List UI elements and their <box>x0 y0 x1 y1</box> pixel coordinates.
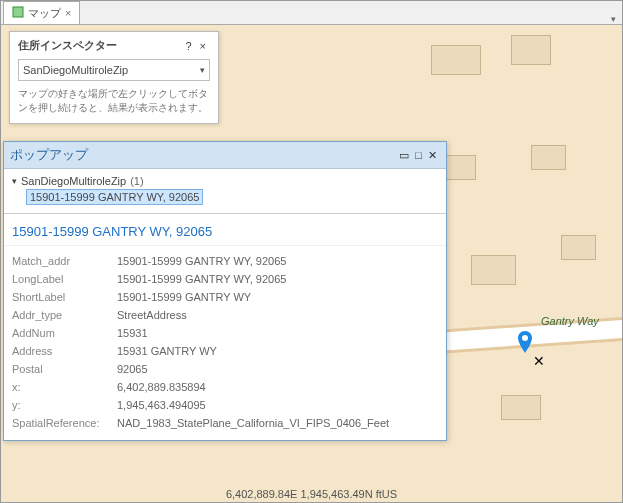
field-value: StreetAddress <box>117 309 438 321</box>
popup-header[interactable]: ポップアップ ▭ □ ✕ <box>4 142 446 169</box>
inspector-header: 住所インスペクター ? × <box>18 38 210 53</box>
locator-value: SanDiegoMultiroleZip <box>23 64 128 76</box>
field-key: AddNum <box>12 327 117 339</box>
building-footprint <box>561 235 596 260</box>
coordinate-status: 6,402,889.84E 1,945,463.49N ftUS <box>1 488 622 500</box>
tab-bar: マップ × ▾ <box>1 1 622 25</box>
map-icon <box>12 6 24 20</box>
field-value: 92065 <box>117 363 438 375</box>
building-footprint <box>511 35 551 65</box>
field-value: 15901-15999 GANTRY WY, 92065 <box>117 273 438 285</box>
popup-title: ポップアップ <box>10 146 88 164</box>
field-key: y: <box>12 399 117 411</box>
field-row: y:1,945,463.494095 <box>12 396 438 414</box>
tab-label: マップ <box>28 6 61 21</box>
field-value: 1,945,463.494095 <box>117 399 438 411</box>
field-row: Postal92065 <box>12 360 438 378</box>
close-icon[interactable]: × <box>65 7 71 19</box>
svg-rect-0 <box>13 7 23 17</box>
field-row: ShortLabel15901-15999 GANTRY WY <box>12 288 438 306</box>
popup-tree: ▾ SanDiegoMultiroleZip (1) 15901-15999 G… <box>4 169 446 214</box>
building-footprint <box>531 145 566 170</box>
address-inspector-panel: 住所インスペクター ? × SanDiegoMultiroleZip ▾ マップ… <box>9 31 219 124</box>
tree-layer-name: SanDiegoMultiroleZip <box>21 175 126 187</box>
inspector-hint: マップの好きな場所で左クリックしてボタンを押し続けると、結果が表示されます。 <box>18 87 210 115</box>
field-row: x:6,402,889.835894 <box>12 378 438 396</box>
field-key: Addr_type <box>12 309 117 321</box>
field-key: ShortLabel <box>12 291 117 303</box>
field-row: LongLabel15901-15999 GANTRY WY, 92065 <box>12 270 438 288</box>
map-view: マップ × ▾ Gantry Way ✕ 住所インスペクター ? × <box>0 0 623 503</box>
field-row: AddNum15931 <box>12 324 438 342</box>
minimize-icon[interactable]: ▭ <box>396 149 412 162</box>
field-key: LongLabel <box>12 273 117 285</box>
popup-panel: ポップアップ ▭ □ ✕ ▾ SanDiegoMultiroleZip (1) … <box>3 141 447 441</box>
tree-selected-feature: 15901-15999 GANTRY WY, 92065 <box>26 189 203 205</box>
tab-overflow-button[interactable]: ▾ <box>611 14 616 24</box>
svg-point-1 <box>522 335 528 341</box>
close-button[interactable]: × <box>196 40 210 52</box>
field-row: Addr_typeStreetAddress <box>12 306 438 324</box>
field-row: Match_addr15901-15999 GANTRY WY, 92065 <box>12 252 438 270</box>
building-footprint <box>471 255 516 285</box>
expand-icon[interactable]: ▾ <box>12 176 17 186</box>
tree-layer-row[interactable]: ▾ SanDiegoMultiroleZip (1) <box>12 175 438 187</box>
field-key: Match_addr <box>12 255 117 267</box>
field-key: Postal <box>12 363 117 375</box>
field-row: SpatialReference:NAD_1983_StatePlane_Cal… <box>12 414 438 432</box>
field-value: 15901-15999 GANTRY WY, 92065 <box>117 255 438 267</box>
road-label: Gantry Way <box>541 315 599 327</box>
maximize-icon[interactable]: □ <box>412 149 425 161</box>
inspector-title: 住所インスペクター <box>18 38 117 53</box>
field-value: NAD_1983_StatePlane_California_VI_FIPS_0… <box>117 417 438 429</box>
building-footprint <box>431 45 481 75</box>
tree-feature-row[interactable]: 15901-15999 GANTRY WY, 92065 <box>26 189 438 205</box>
help-button[interactable]: ? <box>181 40 195 52</box>
chevron-down-icon: ▾ <box>200 65 205 75</box>
crosshair-icon: ✕ <box>533 353 545 369</box>
locator-combobox[interactable]: SanDiegoMultiroleZip ▾ <box>18 59 210 81</box>
field-key: SpatialReference: <box>12 417 117 429</box>
field-key: Address <box>12 345 117 357</box>
popup-fields: Match_addr15901-15999 GANTRY WY, 92065 L… <box>4 246 446 440</box>
field-row: Address15931 GANTRY WY <box>12 342 438 360</box>
tab-map[interactable]: マップ × <box>3 1 80 24</box>
field-key: x: <box>12 381 117 393</box>
field-value: 6,402,889.835894 <box>117 381 438 393</box>
field-value: 15901-15999 GANTRY WY <box>117 291 438 303</box>
tree-count: (1) <box>130 175 143 187</box>
building-footprint <box>501 395 541 420</box>
popup-feature-title[interactable]: 15901-15999 GANTRY WY, 92065 <box>4 214 446 246</box>
close-icon[interactable]: ✕ <box>425 149 440 162</box>
field-value: 15931 GANTRY WY <box>117 345 438 357</box>
field-value: 15931 <box>117 327 438 339</box>
location-marker-icon <box>517 331 533 355</box>
